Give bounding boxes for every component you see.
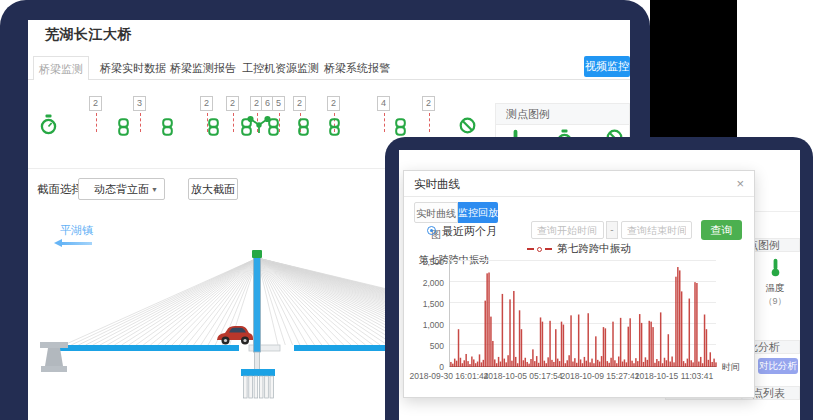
sensor-count-badge: 4 xyxy=(377,96,390,111)
tab-bridge-system-alarm[interactable]: 桥梁系统报警 xyxy=(324,56,390,80)
sensor-count-badge: 5 xyxy=(272,96,285,111)
tab-bar: 桥梁监测 桥梁实时数据 桥梁监测报告 工控机资源监测 桥梁系统报警 xyxy=(28,56,630,80)
chevron-down-icon: ▼ xyxy=(151,179,158,201)
chain-link-sensor-icon[interactable] xyxy=(395,118,406,136)
zoom-section-button[interactable]: 放大截面 xyxy=(188,178,238,200)
dashed-marker-line xyxy=(279,113,280,132)
video-monitor-button[interactable]: 视频监控 xyxy=(584,56,630,77)
dashed-marker-line xyxy=(233,113,234,132)
dashed-marker-line xyxy=(96,113,97,132)
sensor-type-temperature[interactable]: 温度 （9） xyxy=(751,258,799,308)
background-gap xyxy=(650,0,737,138)
page-title: 芜湖长江大桥 xyxy=(45,26,132,44)
stopwatch-icon[interactable] xyxy=(40,114,57,135)
legend-label: 第七跨跨中振动 xyxy=(557,242,631,256)
sensor-count-badge: 2 xyxy=(327,96,340,111)
x-tick-label: 2018-10-09 15:27:41 xyxy=(561,371,640,381)
chain-link-sensor-icon[interactable] xyxy=(268,118,279,136)
section-select-value: 动态背立面 xyxy=(94,183,149,195)
bridge-pier-stem xyxy=(255,351,260,370)
x-axis-name: 时间 xyxy=(722,361,740,374)
chain-link-sensor-icon[interactable] xyxy=(298,118,309,136)
sensor-type-count: （9） xyxy=(751,295,799,308)
dashed-marker-line xyxy=(140,113,141,132)
sensor-count-badge: 2 xyxy=(226,96,239,111)
y-tick-label: 2,500 xyxy=(410,257,444,267)
tab-ipc-resource-monitor[interactable]: 工控机资源监测 xyxy=(242,56,319,80)
tower-sensor-marker xyxy=(252,250,262,258)
bridge-tower xyxy=(254,257,261,352)
bridge-deck-left xyxy=(54,345,239,351)
car xyxy=(217,326,253,345)
tab-realtime-curve-chart[interactable]: 实时曲线图 xyxy=(414,202,458,223)
bridge-abutment xyxy=(40,342,68,372)
dashed-marker-line xyxy=(384,113,385,132)
tab-monitor-playback[interactable]: 监控回放 xyxy=(458,202,498,223)
section-select-dropdown[interactable]: 动态背立面 ▼ xyxy=(78,178,165,200)
chain-link-sensor-icon[interactable] xyxy=(162,118,173,136)
gridline xyxy=(450,260,716,261)
sensor-count-badge: 2 xyxy=(422,96,435,111)
sensor-count-badge: 3 xyxy=(133,96,146,111)
radio-last-two-months[interactable] xyxy=(427,226,436,235)
tab-bridge-monitor[interactable]: 桥梁监测 xyxy=(33,56,89,80)
sensor-count-badge: 2 xyxy=(200,96,213,111)
chain-link-sensor-icon[interactable] xyxy=(329,118,340,136)
modal-header: 实时曲线 × xyxy=(404,171,754,197)
point-legend-title: 测点图例 xyxy=(495,103,630,125)
x-tick-label: 2018-10-05 05:17:54 xyxy=(484,371,563,381)
vibration-series xyxy=(450,262,717,367)
compare-analysis-button[interactable]: 对比分析 xyxy=(758,358,798,374)
y-tick-label: 1,000 xyxy=(410,320,444,330)
y-tick-label: 500 xyxy=(410,341,444,351)
chart-plot-area xyxy=(449,262,716,367)
legend-dash-icon xyxy=(545,248,552,250)
y-tick-label: 1,500 xyxy=(410,299,444,309)
x-tick-label: 2018-09-30 16:01:44 xyxy=(410,371,489,381)
chain-link-sensor-icon[interactable] xyxy=(118,118,129,136)
bridge-pier-cap xyxy=(241,369,275,376)
close-icon[interactable]: × xyxy=(736,176,744,191)
sensor-count-badge: 2 xyxy=(293,96,306,111)
sensor-type-label: 温度 xyxy=(751,282,799,295)
search-button[interactable]: 查询 xyxy=(701,220,742,240)
tab-bridge-monitor-report[interactable]: 桥梁监测报告 xyxy=(170,56,236,80)
thermometer-icon xyxy=(769,263,782,280)
tab-bridge-realtime-data[interactable]: 桥梁实时数据 xyxy=(100,56,166,80)
legend-marker-icon xyxy=(537,247,542,252)
sensor-count-badge: 2 xyxy=(89,96,102,111)
ban-icon[interactable] xyxy=(459,117,476,134)
realtime-curve-modal: 实时曲线 × 实时曲线图 监控回放 最近两个月 - 查询 第七跨跨中振动 第七跨… xyxy=(403,170,755,398)
place-label: 平湖镇 xyxy=(60,223,93,238)
front-page: 测点图例 温度 （9） 对比分析 对比分析 监测点列表 实时曲线 × 实时曲线图… xyxy=(399,150,800,420)
legend-dash-icon xyxy=(527,248,534,250)
date-separator: - xyxy=(606,221,618,239)
dashed-marker-line xyxy=(429,113,430,132)
chain-link-sensor-icon[interactable] xyxy=(208,118,219,136)
radio-label: 最近两个月 xyxy=(442,223,497,240)
start-time-input[interactable] xyxy=(531,221,604,239)
x-tick-label: 2018-10-15 11:03:41 xyxy=(635,371,713,381)
modal-title: 实时曲线 xyxy=(414,178,460,190)
end-time-input[interactable] xyxy=(621,221,692,239)
y-tick-label: 2,000 xyxy=(410,278,444,288)
bridge-piles xyxy=(244,376,274,398)
